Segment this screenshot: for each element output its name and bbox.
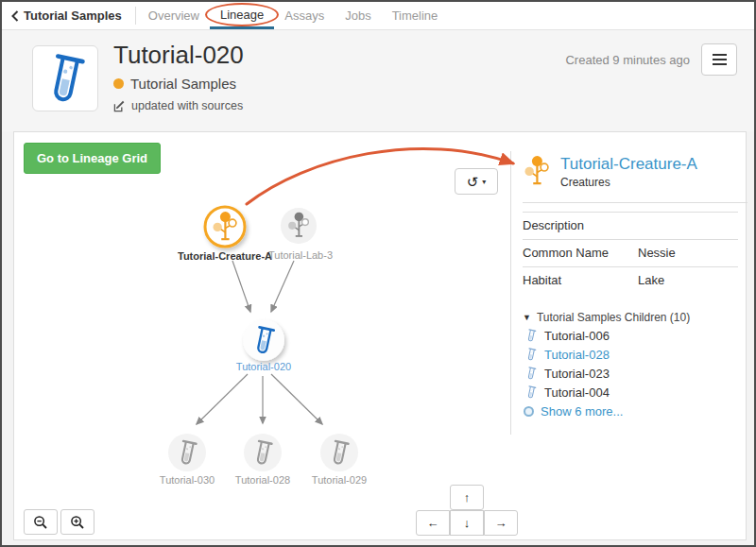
status-note-label: updated with sources	[131, 99, 243, 112]
arrow-left-icon: ←	[427, 516, 439, 530]
field-label: Habitat	[523, 267, 634, 295]
tab-assays[interactable]: Assays	[274, 2, 335, 29]
sample-icon-card	[32, 45, 98, 111]
node-detail-panel: Tutorial-Creature-A Creatures Descriptio…	[510, 151, 747, 435]
field-value	[634, 213, 738, 240]
sample-tube-icon	[43, 49, 88, 108]
app-window: Tutorial Samples Overview Lineage Assays…	[0, 0, 756, 547]
child-item-label: Tutorial-004	[544, 385, 610, 400]
tab-jobs-label: Jobs	[345, 9, 370, 23]
detail-title-link[interactable]: Tutorial-Creature-A	[560, 155, 697, 174]
children-section: ▼ Tutorial Samples Children (10) Tutoria…	[523, 311, 747, 419]
pan-down-button[interactable]: ↓	[450, 510, 484, 536]
child-item-tutorial-023[interactable]: Tutorial-023	[523, 366, 747, 381]
tube-icon	[525, 347, 537, 362]
arrow-right-icon: →	[495, 516, 507, 530]
detail-fields-table: Description Common Name Nessie Habitat L…	[523, 212, 738, 294]
status-note-row: updated with sources	[113, 99, 244, 112]
ring-icon	[524, 406, 534, 417]
header-text: Tutorial-020 Tutorial Samples updated wi…	[113, 40, 244, 112]
edit-pencil-icon	[113, 100, 126, 112]
svg-text:Tutorial-028: Tutorial-028	[235, 474, 290, 486]
sample-type-label: Tutorial Samples	[130, 76, 236, 92]
tab-timeline[interactable]: Timeline	[382, 2, 449, 29]
pan-left-button[interactable]: ←	[416, 510, 450, 536]
tube-icon	[525, 328, 537, 343]
sample-type-dot-icon	[113, 78, 124, 89]
detail-subtitle: Creatures	[560, 176, 697, 189]
tab-overview[interactable]: Overview	[138, 2, 210, 29]
arrow-down-icon: ↓	[464, 516, 471, 530]
tube-icon	[525, 385, 537, 400]
panel-divider	[523, 202, 747, 203]
rotate-icon: ↺	[467, 175, 479, 189]
zoom-controls	[24, 509, 94, 535]
graph-node-tutorial-029[interactable]: Tutorial-029	[312, 434, 367, 486]
zoom-out-icon	[33, 515, 48, 530]
zoom-out-button[interactable]	[24, 509, 58, 535]
field-row-common-name: Common Name Nessie	[523, 240, 738, 267]
graph-node-creature-a[interactable]: Tutorial-Creature-A	[178, 207, 272, 262]
field-value: Nessie	[634, 240, 738, 267]
child-item-tutorial-006[interactable]: Tutorial-006	[523, 328, 747, 343]
back-link-label: Tutorial Samples	[24, 9, 122, 23]
children-header-label: Tutorial Samples Children (10)	[537, 311, 690, 324]
graph-node-tutorial-020[interactable]: Tutorial-020	[236, 319, 291, 372]
sample-type-row: Tutorial Samples	[113, 76, 244, 92]
tab-timeline-label: Timeline	[392, 9, 438, 23]
lineage-panel: Go to Lineage Grid ↺ ▾	[13, 131, 747, 540]
back-link[interactable]: Tutorial Samples	[2, 2, 133, 29]
header-right: Created 9 minutes ago	[565, 43, 737, 76]
go-to-lineage-grid-button[interactable]: Go to Lineage Grid	[24, 143, 161, 174]
zoom-in-button[interactable]	[60, 509, 94, 535]
child-item-label: Tutorial-006	[544, 329, 610, 343]
tab-lineage[interactable]: Lineage	[210, 2, 274, 29]
manage-menu-button[interactable]	[701, 43, 737, 76]
detail-header: Tutorial-Creature-A Creatures	[523, 155, 747, 189]
field-row-description: Description	[523, 213, 738, 240]
arrow-up-icon: ↑	[464, 490, 471, 504]
svg-text:Tutorial-030: Tutorial-030	[160, 474, 215, 486]
child-item-label: Tutorial-028	[544, 348, 610, 362]
created-timestamp: Created 9 minutes ago	[565, 53, 690, 67]
field-value: Lake	[634, 267, 738, 295]
show-more-link[interactable]: Show 6 more...	[523, 404, 747, 419]
graph-node-lab-3[interactable]: Tutorial-Lab-3	[268, 208, 333, 261]
pan-up-button[interactable]: ↑	[450, 485, 484, 510]
field-label: Description	[523, 213, 634, 240]
chevron-left-icon	[11, 10, 19, 22]
field-row-habitat: Habitat Lake	[523, 267, 738, 295]
hamburger-icon	[713, 54, 727, 56]
child-item-tutorial-028[interactable]: Tutorial-028	[523, 347, 747, 362]
svg-text:Tutorial-029: Tutorial-029	[312, 474, 367, 486]
tab-jobs[interactable]: Jobs	[335, 2, 381, 29]
nav-divider	[135, 7, 136, 25]
sample-header: Tutorial-020 Tutorial Samples updated wi…	[2, 30, 754, 131]
tab-lineage-label: Lineage	[220, 8, 264, 22]
collapse-triangle-icon: ▼	[523, 313, 531, 322]
zoom-in-icon	[70, 515, 85, 530]
pan-controls: ← ↓ →	[416, 510, 518, 536]
field-label: Common Name	[523, 240, 634, 267]
child-item-label: Tutorial-023	[544, 367, 610, 381]
tube-icon	[525, 366, 537, 381]
graph-node-tutorial-030[interactable]: Tutorial-030	[160, 434, 215, 486]
top-navbar: Tutorial Samples Overview Lineage Assays…	[2, 2, 754, 30]
creature-icon	[523, 155, 551, 187]
svg-text:Tutorial-Creature-A: Tutorial-Creature-A	[178, 250, 272, 262]
child-item-tutorial-004[interactable]: Tutorial-004	[523, 385, 747, 400]
graph-node-tutorial-028[interactable]: Tutorial-028	[235, 434, 290, 486]
caret-down-icon: ▾	[482, 178, 486, 186]
pan-right-button[interactable]: →	[484, 510, 518, 536]
children-collapse-header[interactable]: ▼ Tutorial Samples Children (10)	[523, 311, 747, 324]
tab-assays-label: Assays	[284, 9, 324, 23]
rotate-layout-dropdown[interactable]: ↺ ▾	[455, 168, 498, 195]
svg-text:Tutorial-Lab-3: Tutorial-Lab-3	[268, 249, 333, 261]
tab-overview-label: Overview	[148, 9, 199, 23]
svg-text:Tutorial-020: Tutorial-020	[236, 361, 291, 372]
page-title: Tutorial-020	[113, 40, 244, 70]
show-more-label: Show 6 more...	[541, 404, 623, 419]
